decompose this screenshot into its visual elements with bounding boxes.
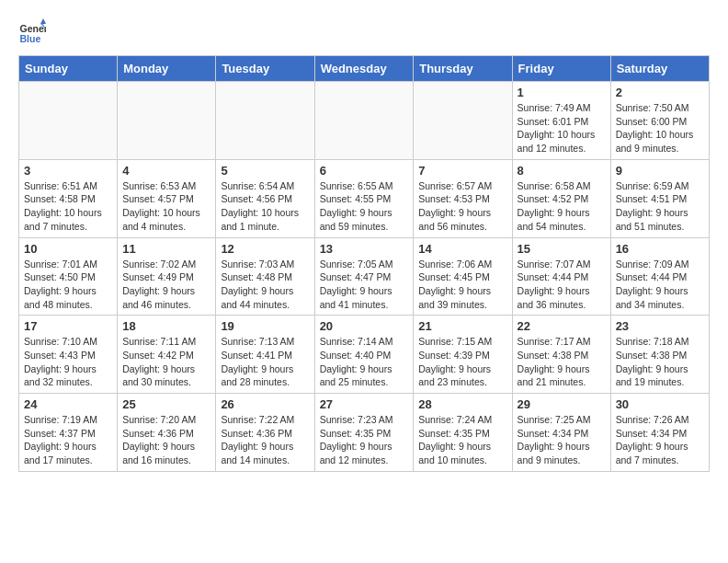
day-info: Sunrise: 7:05 AM Sunset: 4:47 PM Dayligh… (320, 258, 409, 312)
day-number: 15 (518, 242, 606, 256)
day-number: 9 (616, 164, 704, 178)
day-info: Sunrise: 6:58 AM Sunset: 4:52 PM Dayligh… (518, 179, 606, 234)
day-info: Sunrise: 7:02 AM Sunset: 4:49 PM Dayligh… (122, 258, 210, 312)
weekday-header-sunday: Sunday (19, 56, 118, 82)
day-number: 20 (320, 319, 409, 333)
svg-marker-2 (40, 18, 46, 24)
svg-text:Blue: Blue (20, 33, 41, 44)
calendar-day-empty (19, 82, 118, 160)
calendar-day-20: 20Sunrise: 7:14 AM Sunset: 4:40 PM Dayli… (314, 316, 414, 394)
day-number: 6 (320, 164, 409, 178)
day-info: Sunrise: 7:06 AM Sunset: 4:45 PM Dayligh… (418, 258, 506, 312)
calendar-day-26: 26Sunrise: 7:22 AM Sunset: 4:36 PM Dayli… (216, 394, 314, 472)
logo: General Blue (18, 18, 50, 46)
day-number: 2 (616, 86, 704, 99)
calendar-day-24: 24Sunrise: 7:19 AM Sunset: 4:37 PM Dayli… (19, 394, 118, 472)
calendar-day-1: 1Sunrise: 7:49 AM Sunset: 6:01 PM Daylig… (512, 82, 610, 160)
calendar-day-14: 14Sunrise: 7:06 AM Sunset: 4:45 PM Dayli… (414, 237, 512, 316)
day-number: 27 (320, 397, 409, 411)
day-info: Sunrise: 7:11 AM Sunset: 4:42 PM Dayligh… (122, 335, 210, 389)
day-number: 29 (518, 397, 606, 411)
day-info: Sunrise: 7:14 AM Sunset: 4:40 PM Dayligh… (320, 335, 409, 389)
day-info: Sunrise: 7:24 AM Sunset: 4:35 PM Dayligh… (418, 413, 506, 467)
day-info: Sunrise: 7:03 AM Sunset: 4:48 PM Dayligh… (221, 258, 309, 312)
day-info: Sunrise: 7:18 AM Sunset: 4:38 PM Dayligh… (616, 335, 704, 389)
day-number: 12 (221, 242, 309, 256)
calendar-day-empty (216, 82, 314, 160)
day-info: Sunrise: 6:53 AM Sunset: 4:57 PM Dayligh… (122, 179, 210, 234)
day-number: 28 (418, 397, 506, 411)
day-info: Sunrise: 7:23 AM Sunset: 4:35 PM Dayligh… (320, 413, 409, 467)
day-number: 22 (518, 319, 606, 333)
calendar-week-row: 1Sunrise: 7:49 AM Sunset: 6:01 PM Daylig… (19, 82, 710, 160)
day-number: 10 (24, 242, 112, 256)
day-info: Sunrise: 7:20 AM Sunset: 4:36 PM Dayligh… (122, 413, 210, 467)
day-info: Sunrise: 7:19 AM Sunset: 4:37 PM Dayligh… (24, 413, 112, 467)
day-info: Sunrise: 7:01 AM Sunset: 4:50 PM Dayligh… (24, 258, 112, 312)
calendar-day-2: 2Sunrise: 7:50 AM Sunset: 6:00 PM Daylig… (610, 82, 709, 160)
weekday-header-wednesday: Wednesday (314, 56, 414, 82)
day-number: 16 (616, 242, 704, 256)
day-number: 24 (24, 397, 112, 411)
calendar-day-29: 29Sunrise: 7:25 AM Sunset: 4:34 PM Dayli… (512, 394, 610, 472)
calendar-day-empty (414, 82, 512, 160)
calendar-day-16: 16Sunrise: 7:09 AM Sunset: 4:44 PM Dayli… (610, 237, 709, 316)
day-info: Sunrise: 7:25 AM Sunset: 4:34 PM Dayligh… (518, 413, 606, 467)
day-number: 1 (518, 86, 606, 99)
day-info: Sunrise: 7:17 AM Sunset: 4:38 PM Dayligh… (518, 335, 606, 389)
calendar-day-12: 12Sunrise: 7:03 AM Sunset: 4:48 PM Dayli… (216, 237, 314, 316)
weekday-header-saturday: Saturday (610, 56, 709, 82)
calendar-day-empty (314, 82, 414, 160)
calendar-week-row: 10Sunrise: 7:01 AM Sunset: 4:50 PM Dayli… (19, 237, 710, 316)
calendar-day-25: 25Sunrise: 7:20 AM Sunset: 4:36 PM Dayli… (118, 394, 216, 472)
day-number: 26 (221, 397, 309, 411)
calendar-day-30: 30Sunrise: 7:26 AM Sunset: 4:34 PM Dayli… (610, 394, 709, 472)
day-number: 30 (616, 397, 704, 411)
calendar-week-row: 3Sunrise: 6:51 AM Sunset: 4:58 PM Daylig… (19, 159, 710, 237)
day-number: 25 (122, 397, 210, 411)
day-info: Sunrise: 7:07 AM Sunset: 4:44 PM Dayligh… (518, 258, 606, 312)
day-info: Sunrise: 6:54 AM Sunset: 4:56 PM Dayligh… (221, 179, 309, 234)
day-number: 11 (122, 242, 210, 256)
calendar-day-9: 9Sunrise: 6:59 AM Sunset: 4:51 PM Daylig… (610, 159, 709, 237)
day-number: 23 (616, 319, 704, 333)
day-number: 7 (418, 164, 506, 178)
day-info: Sunrise: 6:57 AM Sunset: 4:53 PM Dayligh… (418, 179, 506, 234)
calendar-day-3: 3Sunrise: 6:51 AM Sunset: 4:58 PM Daylig… (19, 159, 118, 237)
calendar-day-22: 22Sunrise: 7:17 AM Sunset: 4:38 PM Dayli… (512, 316, 610, 394)
day-number: 4 (122, 164, 210, 178)
calendar-day-8: 8Sunrise: 6:58 AM Sunset: 4:52 PM Daylig… (512, 159, 610, 237)
calendar-day-7: 7Sunrise: 6:57 AM Sunset: 4:53 PM Daylig… (414, 159, 512, 237)
calendar-day-4: 4Sunrise: 6:53 AM Sunset: 4:57 PM Daylig… (118, 159, 216, 237)
calendar-table: SundayMondayTuesdayWednesdayThursdayFrid… (18, 55, 710, 472)
day-number: 14 (418, 242, 506, 256)
day-info: Sunrise: 7:15 AM Sunset: 4:39 PM Dayligh… (418, 335, 506, 389)
day-number: 5 (221, 164, 309, 178)
weekday-header-monday: Monday (118, 56, 216, 82)
weekday-header-thursday: Thursday (414, 56, 512, 82)
page-header: General Blue (18, 18, 710, 46)
day-number: 18 (122, 319, 210, 333)
calendar-day-18: 18Sunrise: 7:11 AM Sunset: 4:42 PM Dayli… (118, 316, 216, 394)
weekday-header-row: SundayMondayTuesdayWednesdayThursdayFrid… (19, 56, 710, 82)
calendar-day-17: 17Sunrise: 7:10 AM Sunset: 4:43 PM Dayli… (19, 316, 118, 394)
calendar-day-empty (118, 82, 216, 160)
day-info: Sunrise: 7:22 AM Sunset: 4:36 PM Dayligh… (221, 413, 309, 467)
weekday-header-tuesday: Tuesday (216, 56, 314, 82)
calendar-day-6: 6Sunrise: 6:55 AM Sunset: 4:55 PM Daylig… (314, 159, 414, 237)
calendar-day-10: 10Sunrise: 7:01 AM Sunset: 4:50 PM Dayli… (19, 237, 118, 316)
day-info: Sunrise: 7:10 AM Sunset: 4:43 PM Dayligh… (24, 335, 112, 389)
calendar-day-5: 5Sunrise: 6:54 AM Sunset: 4:56 PM Daylig… (216, 159, 314, 237)
day-number: 21 (418, 319, 506, 333)
day-info: Sunrise: 6:51 AM Sunset: 4:58 PM Dayligh… (24, 179, 112, 234)
calendar-day-15: 15Sunrise: 7:07 AM Sunset: 4:44 PM Dayli… (512, 237, 610, 316)
calendar-week-row: 24Sunrise: 7:19 AM Sunset: 4:37 PM Dayli… (19, 394, 710, 472)
logo-icon: General Blue (18, 18, 46, 46)
calendar-week-row: 17Sunrise: 7:10 AM Sunset: 4:43 PM Dayli… (19, 316, 710, 394)
weekday-header-friday: Friday (512, 56, 610, 82)
calendar-day-23: 23Sunrise: 7:18 AM Sunset: 4:38 PM Dayli… (610, 316, 709, 394)
calendar-day-19: 19Sunrise: 7:13 AM Sunset: 4:41 PM Dayli… (216, 316, 314, 394)
day-info: Sunrise: 7:09 AM Sunset: 4:44 PM Dayligh… (616, 258, 704, 312)
day-info: Sunrise: 7:13 AM Sunset: 4:41 PM Dayligh… (221, 335, 309, 389)
day-info: Sunrise: 7:26 AM Sunset: 4:34 PM Dayligh… (616, 413, 704, 467)
